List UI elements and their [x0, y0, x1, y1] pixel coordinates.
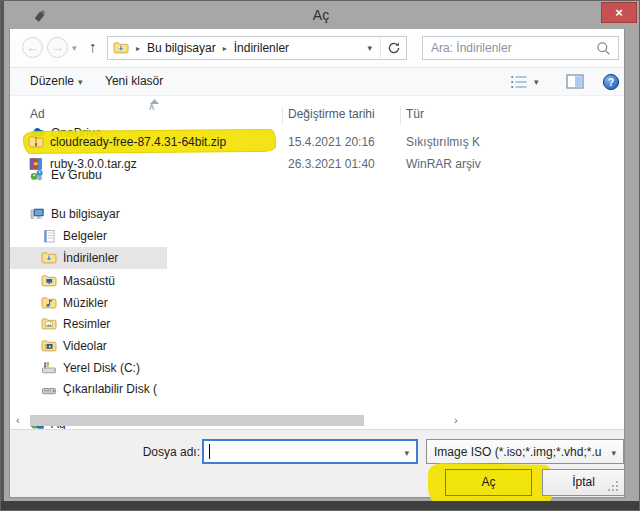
desktop-folder-icon — [41, 273, 57, 289]
sidebar-item-label: Müzikler — [63, 296, 108, 310]
column-separator[interactable] — [400, 107, 401, 124]
organize-menu-button[interactable]: Düzenle▾ — [30, 74, 83, 88]
window-left-edge — [1, 1, 4, 511]
scrollbar-thumb[interactable] — [30, 415, 364, 426]
sidebar-item-downloads[interactable]: İndirilenler — [10, 247, 167, 269]
sidebar-item-label: Videolar — [63, 339, 107, 353]
file-name: cloudready-free-87.4.31-64bit.zip — [50, 135, 226, 149]
removable-disk-icon — [41, 381, 57, 397]
forward-button[interactable]: → — [47, 37, 68, 58]
filename-label: Dosya adı: — [70, 445, 200, 459]
up-button[interactable]: ↑ — [89, 38, 97, 55]
sidebar-item-label: Yerel Disk (C:) — [63, 361, 140, 375]
local-disk-icon — [41, 360, 57, 376]
sidebar-item-label: Resimler — [63, 317, 110, 331]
filetype-value: Image ISO (*.iso;*.img;*.vhd;*.u — [427, 445, 601, 459]
window-bottom-edge — [1, 501, 640, 510]
file-row-ruby-targz[interactable]: ruby-3.0.0.tar.gz 26.3.2021 01:40 WinRAR… — [10, 153, 467, 175]
refresh-button[interactable] — [380, 37, 406, 59]
new-folder-button[interactable]: Yeni klasör — [105, 74, 163, 88]
filetype-dropdown[interactable]: Image ISO (*.iso;*.img;*.vhd;*.u ▾ — [426, 439, 624, 464]
sidebar-item-local-disk-c[interactable]: Yerel Disk (C:) — [10, 357, 167, 379]
history-dropdown-icon[interactable]: ▾ — [72, 43, 77, 53]
computer-icon — [29, 206, 45, 222]
filename-input[interactable] — [204, 441, 416, 462]
help-icon[interactable]: ? — [602, 73, 620, 91]
breadcrumb-separator-icon: ▸ — [129, 44, 147, 53]
column-separator[interactable] — [282, 107, 283, 124]
column-header-type[interactable]: Tür — [406, 107, 424, 121]
search-input[interactable] — [423, 41, 596, 55]
navigation-bar: ← → ▾ ↑ ▸ Bu bilgisayar ▸ İndirilenler ▾ — [10, 34, 624, 64]
svg-text:?: ? — [608, 76, 614, 88]
music-folder-icon — [41, 295, 57, 311]
zip-archive-icon — [28, 134, 44, 150]
refresh-icon — [387, 41, 401, 55]
file-type: Sıkıştırılmış K — [406, 135, 467, 149]
scroll-left-arrow[interactable]: ‹ — [16, 414, 20, 426]
sidebar-item-desktop[interactable]: Masaüstü — [10, 270, 167, 292]
sidebar-item-label: Çıkarılabilir Disk ( — [63, 382, 157, 396]
filename-combobox[interactable]: ▾ — [202, 439, 418, 464]
column-header-date[interactable]: Değiştirme tarihi — [288, 107, 375, 121]
sidebar-item-documents[interactable]: Belgeler — [10, 225, 167, 247]
sidebar-item-videos[interactable]: Videolar — [10, 335, 167, 357]
resize-grip[interactable] — [606, 479, 620, 493]
horizontal-scrollbar[interactable]: ‹ › — [10, 413, 467, 428]
view-dropdown-icon[interactable]: ▾ — [534, 77, 539, 87]
file-date: 15.4.2021 20:16 — [288, 135, 375, 149]
sidebar-item-music[interactable]: Müzikler — [10, 292, 167, 314]
address-dropdown-icon[interactable]: ▾ — [359, 43, 380, 53]
sort-ascending-icon — [150, 99, 159, 104]
view-mode-icon[interactable] — [510, 74, 528, 90]
window-title: Aç — [1, 7, 640, 23]
search-icon[interactable] — [596, 41, 611, 56]
videos-folder-icon — [41, 338, 57, 354]
sidebar-item-label: Belgeler — [63, 229, 107, 243]
organize-label: Düzenle — [30, 74, 74, 88]
back-button[interactable]: ← — [22, 37, 43, 58]
sidebar-item-label: Bu bilgisayar — [51, 207, 120, 221]
filename-dropdown-icon[interactable]: ▾ — [404, 448, 409, 458]
sidebar-item-removable-disk[interactable]: Çıkarılabilir Disk ( — [10, 378, 167, 400]
sidebar-item-pictures[interactable]: Resimler — [10, 313, 167, 335]
file-date: 26.3.2021 01:40 — [288, 157, 375, 171]
titlebar[interactable]: Aç × — [1, 1, 640, 29]
breadcrumb-segment-this-pc[interactable]: Bu bilgisayar — [147, 41, 216, 55]
scroll-right-arrow[interactable]: › — [454, 414, 458, 426]
breadcrumb[interactable]: ▸ Bu bilgisayar ▸ İndirilenler ▾ — [107, 36, 407, 60]
current-folder-icon — [113, 40, 129, 56]
column-header-name[interactable]: Ad — [30, 107, 45, 121]
dialog-body: ← → ▾ ↑ ▸ Bu bilgisayar ▸ İndirilenler ▾ — [9, 29, 625, 498]
dialog-footer: Dosya adı: ▾ Image ISO (*.iso;*.img;*.vh… — [10, 429, 624, 497]
breadcrumb-separator-icon: ▸ — [216, 44, 234, 53]
sidebar-item-label: Masaüstü — [63, 274, 115, 288]
file-name: ruby-3.0.0.tar.gz — [50, 157, 137, 171]
documents-icon — [41, 228, 57, 244]
search-box[interactable] — [422, 36, 619, 60]
breadcrumb-segment-downloads[interactable]: İndirilenler — [234, 41, 289, 55]
pictures-folder-icon — [41, 316, 57, 332]
command-toolbar: Düzenle▾ Yeni klasör ▾ — [10, 67, 624, 96]
file-type: WinRAR arşiv — [406, 157, 467, 171]
winrar-archive-icon — [28, 156, 44, 172]
text-caret — [209, 444, 210, 459]
main-area: ∧ ∨ OneDrive Ev Grubu — [10, 97, 624, 429]
sidebar-item-this-pc[interactable]: Bu bilgisayar — [10, 203, 167, 225]
open-button[interactable]: Aç — [445, 469, 532, 496]
chevron-down-icon: ▾ — [78, 77, 83, 87]
downloads-folder-icon — [41, 250, 57, 266]
filetype-dropdown-icon: ▾ — [611, 448, 616, 458]
sidebar-item-label: İndirilenler — [63, 251, 118, 265]
close-button[interactable]: × — [601, 2, 637, 23]
open-dialog-window: Aç × ← → ▾ ↑ ▸ Bu bilgisayar ▸ İndirilen… — [0, 0, 640, 511]
preview-pane-icon[interactable] — [566, 73, 584, 90]
column-headers: Ad Değiştirme tarihi Tür — [10, 104, 467, 126]
